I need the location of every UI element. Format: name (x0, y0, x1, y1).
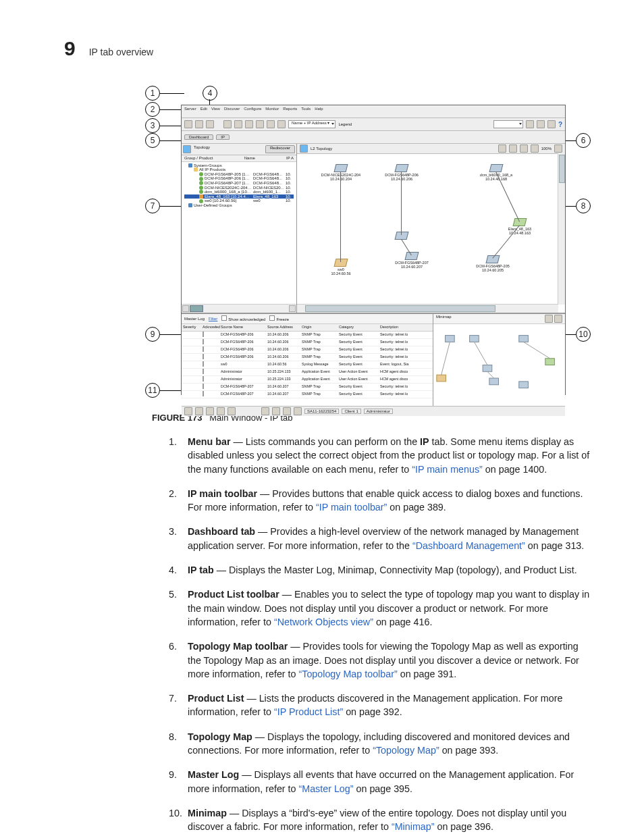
topology-hscroll[interactable] (297, 304, 558, 313)
tab-dashboard[interactable]: Dashboard (184, 134, 213, 140)
cross-reference-link[interactable]: “Dashboard Management” (412, 540, 525, 551)
menu-monitor[interactable]: Monitor (265, 107, 279, 116)
cross-reference-link[interactable]: “Topology Map” (373, 745, 439, 756)
tree-node[interactable]: dcm_bl6000_168_a [10.24.48.168]dcm_bl600… (184, 190, 294, 194)
tree-node[interactable]: Elara_48_163 [10.24.48.163]Elara_48_1631… (184, 194, 294, 199)
toolbar-icon[interactable] (245, 120, 253, 128)
log-row[interactable]: DCM-FGS648P-20610.24.60.206SNMP TrapSecu… (182, 332, 433, 339)
menu-help[interactable]: Help (315, 107, 323, 116)
help-icon[interactable]: ? (558, 121, 562, 128)
minimap-icon[interactable] (545, 315, 553, 323)
menu-discover[interactable]: Discover (224, 107, 240, 116)
topo-tool-icon[interactable] (554, 145, 562, 153)
ack-checkbox[interactable] (203, 346, 204, 352)
tree-node[interactable]: DCM-NICES2024C-204 [10.24.60.2...DCM-NIC… (184, 186, 294, 190)
status-icon[interactable] (217, 407, 225, 415)
menu-bar[interactable]: Server Edit View Discover Configure Moni… (182, 105, 565, 118)
tree-root[interactable]: System-Groups (184, 163, 294, 168)
cross-reference-link[interactable]: “IP main menus” (412, 464, 483, 475)
tree-all[interactable]: All IP Products (184, 167, 294, 172)
col-ack[interactable]: Acknowled (203, 325, 220, 330)
ack-checkbox[interactable] (203, 332, 204, 337)
minimap-view[interactable] (433, 324, 565, 406)
minimap-pane[interactable]: Minimap (433, 314, 565, 406)
topo-tool-icon[interactable] (520, 145, 528, 153)
topology-device[interactable]: DCM-NICES2024C-20410.24.60.204 (317, 164, 365, 181)
col-ip[interactable]: IP A (286, 156, 294, 161)
product-list-hscroll[interactable] (182, 304, 296, 313)
menu-view[interactable]: View (211, 107, 220, 116)
zoom-level[interactable]: 100% (541, 147, 552, 151)
topo-dropdown-label[interactable]: Topology (194, 145, 210, 153)
cross-reference-link[interactable]: “IP main toolbar” (316, 502, 387, 513)
status-icon[interactable] (206, 407, 214, 415)
col-origin[interactable]: Origin (302, 325, 338, 330)
toolbar-dropdown-small[interactable] (493, 120, 523, 128)
product-tree[interactable]: System-Groups All IP Products DCM-FGS648… (182, 162, 296, 304)
toolbar-icon[interactable] (537, 120, 545, 128)
show-ack-checkbox[interactable]: Show acknowledged (221, 315, 265, 322)
toolbar-icon[interactable] (547, 120, 556, 128)
log-row[interactable]: sw010.24.60.56Syslog MessageSecurity Eve… (182, 361, 433, 369)
status-icon[interactable] (294, 407, 302, 415)
freeze-checkbox[interactable]: Freeze (269, 315, 289, 322)
minimap-icon[interactable] (554, 315, 562, 323)
scroll-thumb[interactable] (190, 305, 203, 312)
log-row[interactable]: DCM-FGS648P-20610.24.60.206SNMP TrapSecu… (182, 354, 433, 361)
toolbar-icon[interactable] (195, 120, 203, 128)
ack-checkbox[interactable] (203, 384, 204, 389)
name-ip-dropdown[interactable]: Name + IP Address ▾ (288, 120, 336, 128)
topo-tool-icon[interactable] (531, 145, 539, 153)
tree-node[interactable]: sw0 [10.24.60.56]sw010. (184, 199, 294, 203)
topo-header-icon[interactable] (300, 145, 308, 153)
menu-tools[interactable]: Tools (301, 107, 311, 116)
tree-node[interactable]: DCM-FGS648P-205 [10.24.60.205]DCM-FGS648… (184, 172, 294, 177)
toolbar-icon[interactable] (277, 120, 286, 128)
toolbar-icon[interactable] (206, 120, 214, 128)
scroll-thumb[interactable] (559, 155, 565, 183)
col-category[interactable]: Category (339, 325, 379, 330)
log-row[interactable]: Administrator10.25.224.133Application Ev… (182, 376, 433, 384)
col-name[interactable]: Name (244, 156, 255, 161)
toolbar-icon[interactable] (526, 120, 534, 128)
col-source-addr[interactable]: Source Address (267, 325, 301, 330)
col-source-name[interactable]: Source Name (221, 325, 267, 330)
topology-map-pane[interactable]: L2 Topology 100% DCM-NICES2024C-20410.24… (297, 144, 565, 313)
status-icon[interactable] (227, 407, 236, 415)
status-icon[interactable] (261, 407, 269, 415)
tab-ip[interactable]: IP (216, 134, 230, 140)
log-row[interactable]: DCM-FGS648P-20610.24.60.206SNMP TrapSecu… (182, 346, 433, 354)
toolbar-icon[interactable] (256, 120, 264, 128)
cross-reference-link[interactable]: “IP Product List” (274, 706, 343, 717)
log-row[interactable]: DCM-FGS648P-20710.24.60.207SNMP TrapSecu… (182, 391, 433, 398)
status-icon[interactable] (272, 407, 280, 415)
filter-link[interactable]: Filter (209, 317, 217, 321)
ack-checkbox[interactable] (203, 376, 204, 382)
col-group-product[interactable]: Group / Product (184, 156, 213, 161)
col-severity[interactable]: Severity (183, 325, 202, 330)
scroll-thumb[interactable] (305, 305, 495, 312)
cross-reference-link[interactable]: “Topology Map toolbar” (298, 669, 397, 679)
log-row[interactable]: DCM-FGS648P-20710.24.60.207SNMP TrapSecu… (182, 384, 433, 391)
tree-node[interactable]: DCM-FGS648P-207 [10.24.60.207]DCM-FGS648… (184, 181, 294, 186)
menu-server[interactable]: Server (184, 107, 196, 116)
topology-vscroll[interactable] (558, 153, 565, 305)
col-description[interactable]: Description (380, 325, 427, 330)
topology-device[interactable]: Elara_48_16310.24.48.163 (496, 218, 543, 235)
ack-checkbox[interactable] (203, 391, 204, 396)
cross-reference-link[interactable]: “Minimap” (392, 821, 435, 832)
tree-node[interactable]: DCM-FGS648P-206 [10.24.60.206]DCM-FGS648… (184, 176, 294, 181)
menu-configure[interactable]: Configure (244, 107, 261, 116)
topology-device[interactable]: DCM-FGS648P-20710.24.60.207 (388, 252, 435, 269)
topo-icon[interactable] (183, 145, 191, 153)
ack-checkbox[interactable] (203, 369, 204, 374)
topo-tool-icon[interactable] (509, 145, 517, 153)
topo-tool-icon[interactable] (498, 145, 506, 153)
topology-device[interactable]: sw010.24.60.56 (317, 259, 365, 276)
toolbar-icon[interactable] (267, 120, 275, 128)
toolbar-icon[interactable] (184, 120, 192, 128)
status-icon[interactable] (195, 407, 203, 415)
status-icon[interactable] (184, 407, 192, 415)
ack-checkbox[interactable] (203, 361, 204, 367)
log-row[interactable]: Administrator10.25.224.133Application Ev… (182, 369, 433, 376)
